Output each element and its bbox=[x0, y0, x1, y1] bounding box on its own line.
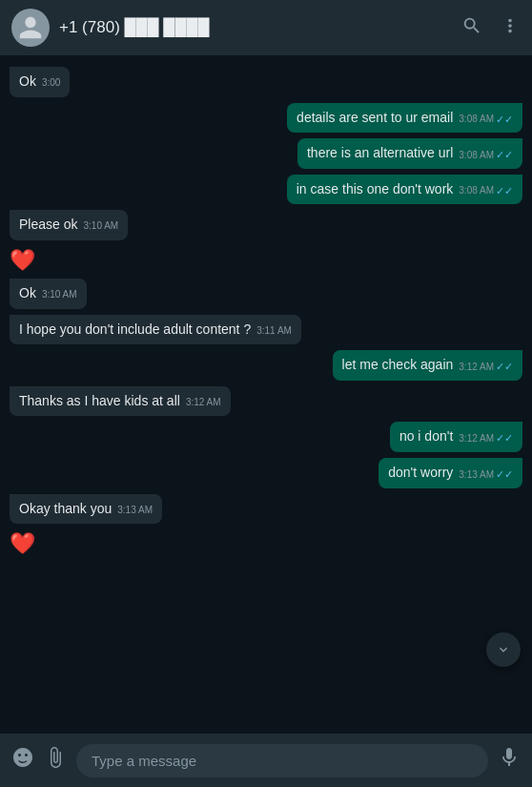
message-text: I hope you don't include adult content ? bbox=[19, 321, 251, 337]
message-row: Thanks as I have kids at all3:12 AM bbox=[10, 386, 522, 417]
message-bubble: Please ok3:10 AM bbox=[10, 210, 128, 240]
message-bubble: I hope you don't include adult content ?… bbox=[10, 315, 301, 345]
attachment-icon[interactable] bbox=[44, 746, 67, 775]
message-input-bar bbox=[0, 734, 532, 787]
menu-icon[interactable] bbox=[500, 15, 521, 41]
message-time: 3:08 AM ✓✓ bbox=[459, 113, 513, 127]
message-row: I hope you don't include adult content ?… bbox=[10, 315, 522, 345]
message-time: 3:13 AM ✓✓ bbox=[459, 467, 513, 482]
message-row: Please ok3:10 AM bbox=[10, 210, 522, 240]
message-time: 3:10 AM bbox=[83, 219, 118, 233]
message-text: there is an alternative url bbox=[307, 145, 453, 160]
message-bubble: details are sent to ur email3:08 AM ✓✓ bbox=[287, 103, 522, 134]
heart-emoji: ❤️ bbox=[10, 531, 35, 556]
message-input[interactable] bbox=[76, 744, 488, 777]
message-row: details are sent to ur email3:08 AM ✓✓ bbox=[10, 103, 522, 134]
read-ticks-icon: ✓✓ bbox=[496, 113, 513, 127]
message-row: there is an alternative url3:08 AM ✓✓ bbox=[10, 138, 522, 169]
read-ticks-icon: ✓✓ bbox=[496, 360, 513, 374]
message-text: in case this one don't work bbox=[297, 181, 454, 197]
message-row: Okay thank you3:13 AM bbox=[10, 494, 522, 525]
read-ticks-icon: ✓✓ bbox=[496, 431, 513, 445]
message-bubble: Ok3:00 bbox=[10, 67, 70, 97]
message-row: Ok3:10 AM bbox=[10, 279, 522, 309]
message-text: Ok bbox=[19, 73, 36, 89]
heart-emoji: ❤️ bbox=[10, 248, 35, 273]
emoji-icon[interactable] bbox=[11, 746, 34, 775]
message-bubble: Okay thank you3:13 AM bbox=[10, 494, 162, 525]
message-text: no i don't bbox=[399, 428, 453, 444]
avatar[interactable] bbox=[11, 9, 50, 47]
message-text: Please ok bbox=[19, 217, 77, 232]
message-time: 3:12 AM ✓✓ bbox=[459, 360, 513, 374]
message-bubble: there is an alternative url3:08 AM ✓✓ bbox=[297, 138, 522, 169]
message-text: don't worry bbox=[388, 465, 453, 480]
message-row: in case this one don't work3:08 AM ✓✓ bbox=[10, 175, 522, 205]
chat-header: +1 (780) ███ ████ bbox=[0, 0, 532, 55]
message-time: 3:13 AM bbox=[117, 504, 153, 517]
scroll-down-button[interactable] bbox=[486, 632, 521, 667]
chat-wrapper: Ok3:00details are sent to ur email3:08 A… bbox=[0, 55, 532, 734]
message-row: no i don't3:12 AM ✓✓ bbox=[10, 422, 522, 452]
message-bubble: let me check again3:12 AM ✓✓ bbox=[333, 350, 522, 381]
message-time: 3:11 AM bbox=[256, 324, 292, 338]
heart-row: ❤️ bbox=[10, 246, 522, 273]
message-text: Ok bbox=[19, 285, 36, 300]
message-text: details are sent to ur email bbox=[297, 110, 453, 125]
mic-icon[interactable] bbox=[498, 746, 521, 775]
message-time: 3:12 AM bbox=[186, 396, 221, 409]
message-row: don't worry3:13 AM ✓✓ bbox=[10, 458, 522, 488]
message-text: let me check again bbox=[342, 357, 454, 372]
contact-name[interactable]: +1 (780) ███ ████ bbox=[59, 18, 452, 37]
header-actions bbox=[461, 15, 521, 41]
message-text: Okay thank you bbox=[19, 501, 112, 516]
message-bubble: in case this one don't work3:08 AM ✓✓ bbox=[287, 175, 522, 205]
message-bubble: no i don't3:12 AM ✓✓ bbox=[390, 422, 522, 452]
read-ticks-icon: ✓✓ bbox=[496, 467, 513, 482]
message-time: 3:00 bbox=[42, 76, 60, 90]
heart-row: ❤️ bbox=[10, 529, 522, 556]
search-icon[interactable] bbox=[461, 15, 482, 41]
message-time: 3:10 AM bbox=[42, 288, 77, 301]
person-icon bbox=[17, 14, 44, 41]
message-row: let me check again3:12 AM ✓✓ bbox=[10, 350, 522, 381]
message-time: 3:12 AM ✓✓ bbox=[459, 431, 513, 445]
read-ticks-icon: ✓✓ bbox=[496, 184, 513, 198]
message-text: Thanks as I have kids at all bbox=[19, 393, 180, 408]
message-bubble: don't worry3:13 AM ✓✓ bbox=[379, 458, 522, 488]
message-bubble: Ok3:10 AM bbox=[10, 279, 87, 309]
chat-area: Ok3:00details are sent to ur email3:08 A… bbox=[0, 55, 532, 734]
message-row: Ok3:00 bbox=[10, 67, 522, 97]
message-time: 3:08 AM ✓✓ bbox=[459, 148, 513, 162]
message-bubble: Thanks as I have kids at all3:12 AM bbox=[10, 386, 231, 417]
message-time: 3:08 AM ✓✓ bbox=[459, 184, 513, 198]
read-ticks-icon: ✓✓ bbox=[496, 148, 513, 162]
